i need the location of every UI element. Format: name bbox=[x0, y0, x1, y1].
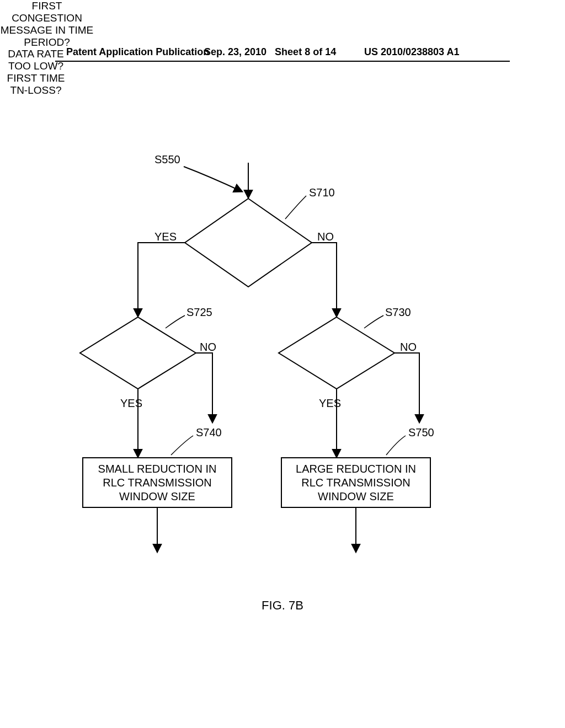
label-no-right: NO bbox=[400, 341, 417, 354]
label-s550: S550 bbox=[154, 153, 180, 166]
label-s750: S750 bbox=[408, 426, 434, 439]
svg-marker-3 bbox=[279, 317, 395, 389]
flowchart-svg bbox=[0, 0, 565, 728]
label-s725: S725 bbox=[186, 306, 212, 319]
label-yes-top: YES bbox=[154, 231, 177, 243]
page: Patent Application Publication Sep. 23, … bbox=[0, 0, 565, 728]
process-s750-text: LARGE REDUCTION INRLC TRANSMISSIONWINDOW… bbox=[284, 462, 428, 504]
label-s710: S710 bbox=[309, 186, 335, 199]
process-s740-text: SMALL REDUCTION INRLC TRANSMISSIONWINDOW… bbox=[86, 462, 229, 504]
label-s740: S740 bbox=[196, 426, 222, 439]
label-yes-right: YES bbox=[319, 397, 341, 410]
label-no-left: NO bbox=[200, 341, 216, 354]
label-no-top: NO bbox=[317, 231, 334, 243]
label-yes-left: YES bbox=[120, 397, 142, 410]
svg-marker-1 bbox=[185, 199, 312, 287]
figure-caption: FIG. 7B bbox=[0, 598, 565, 613]
label-s730: S730 bbox=[385, 306, 411, 319]
svg-marker-2 bbox=[80, 317, 196, 389]
